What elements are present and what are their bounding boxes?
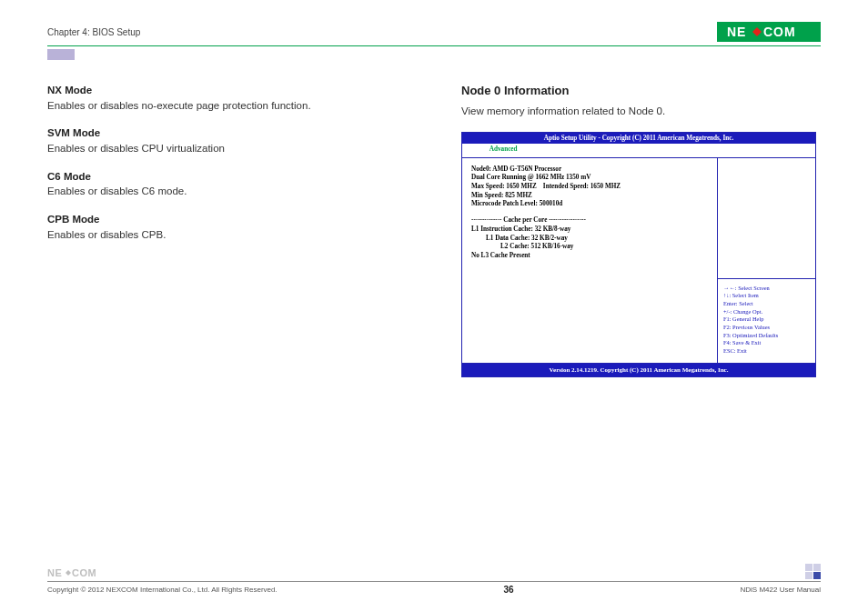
bios-help-line: F1: General Help (723, 316, 812, 324)
left-column: NX Mode Enables or disables no-execute p… (47, 83, 407, 377)
manual-name: NDiS M422 User Manual (741, 586, 821, 594)
svg-marker-5 (66, 570, 71, 576)
bios-screenshot: Aptio Setup Utility - Copyright (C) 2011… (461, 132, 816, 377)
cpb-mode-block: CPB Mode Enables or disables CPB. (47, 212, 407, 242)
nx-mode-desc: Enables or disables no-execute page prot… (47, 100, 311, 111)
c6-mode-desc: Enables or disables C6 mode. (47, 185, 187, 196)
nx-mode-block: NX Mode Enables or disables no-execute p… (47, 83, 407, 113)
node0-desc: View memory information related to Node … (461, 104, 821, 119)
bios-tab-spacer (475, 145, 477, 154)
bios-help-line: Enter: Select (723, 300, 812, 308)
svm-mode-desc: Enables or disables CPU virtualization (47, 143, 225, 154)
bios-line: Microcode Patch Level: 500010d (471, 200, 708, 209)
bios-help-line: F2: Previous Values (723, 324, 812, 332)
bios-help-line: ↑↓: Select Item (723, 292, 812, 300)
page-footer: NE COM Copyright © 2012 NEXCOM Internati… (47, 564, 821, 595)
bios-main-panel: Node0: AMD G-T56N Processor Dual Core Ru… (462, 158, 717, 363)
bios-footer-bar: Version 2.14.1219. Copyright (C) 2011 Am… (462, 364, 815, 376)
bios-help-line: →←: Select Screen (723, 285, 812, 293)
page-number: 36 (504, 585, 514, 595)
bios-line: L1 Data Cache: 32 KB/2-way (471, 235, 708, 244)
svm-mode-block: SVM Mode Enables or disables CPU virtual… (47, 125, 407, 155)
copyright-text: Copyright © 2012 NEXCOM International Co… (47, 586, 278, 594)
bios-line: Max Speed: 1650 MHZ Intended Speed: 1650… (471, 183, 708, 192)
svg-text:COM: COM (763, 25, 796, 39)
bios-line: L2 Cache: 512 KB/16-way (471, 243, 708, 252)
cpb-mode-desc: Enables or disables CPB. (47, 229, 166, 240)
bios-line: -------------- Cache per Core ----------… (471, 216, 708, 225)
chapter-label: Chapter 4: BIOS Setup (47, 27, 140, 37)
footer-rule (47, 581, 821, 582)
bios-line: L1 Instruction Cache: 32 KB/8-way (471, 225, 708, 235)
svg-text:COM: COM (72, 567, 96, 578)
bios-help-line: F4: Save & Exit (723, 339, 812, 347)
bios-line: Dual Core Running @ 1662 MHz 1350 mV (471, 174, 708, 183)
bios-help-line: +/-: Change Opt. (723, 308, 812, 316)
bios-line: No L3 Cache Present (471, 252, 708, 261)
nexcom-logo-bottom: NE COM (47, 566, 111, 579)
bios-body: Node0: AMD G-T56N Processor Dual Core Ru… (462, 158, 815, 364)
cpb-mode-title: CPB Mode (47, 212, 407, 227)
bios-side-panel: →←: Select Screen ↑↓: Select Item Enter:… (717, 158, 815, 363)
footer-info-row: Copyright © 2012 NEXCOM International Co… (47, 585, 821, 595)
nx-mode-title: NX Mode (47, 83, 407, 98)
page-header: Chapter 4: BIOS Setup NE COM (47, 20, 821, 44)
bios-tab-advanced: Advanced (490, 145, 518, 154)
c6-mode-title: C6 Mode (47, 169, 407, 185)
content-columns: NX Mode Enables or disables no-execute p… (47, 83, 821, 377)
bios-line: Min Speed: 825 MHZ (471, 192, 708, 201)
bios-tab-row: Advanced (462, 144, 815, 157)
footer-squares-icon (805, 564, 821, 579)
bios-help-line: F3: Optimized Defaults (723, 332, 812, 340)
bios-help-panel: →←: Select Screen ↑↓: Select Item Enter:… (718, 278, 815, 363)
bios-title-bar: Aptio Setup Utility - Copyright (C) 2011… (462, 133, 815, 145)
svg-text:NE: NE (47, 567, 62, 578)
svg-text:NE: NE (727, 25, 746, 39)
nexcom-logo-top: NE COM (717, 22, 821, 42)
node0-heading: Node 0 Information (461, 83, 821, 100)
section-tab-marker (47, 49, 75, 60)
svm-mode-title: SVM Mode (47, 125, 407, 141)
bios-line: Node0: AMD G-T56N Processor (471, 165, 708, 175)
c6-mode-block: C6 Mode Enables or disables C6 mode. (47, 169, 407, 199)
footer-top-row: NE COM (47, 564, 821, 579)
bios-help-line: ESC: Exit (723, 347, 812, 356)
right-column: Node 0 Information View memory informati… (461, 83, 821, 377)
header-rule (47, 45, 821, 46)
bios-blank (471, 209, 708, 216)
bios-side-top (718, 158, 815, 278)
